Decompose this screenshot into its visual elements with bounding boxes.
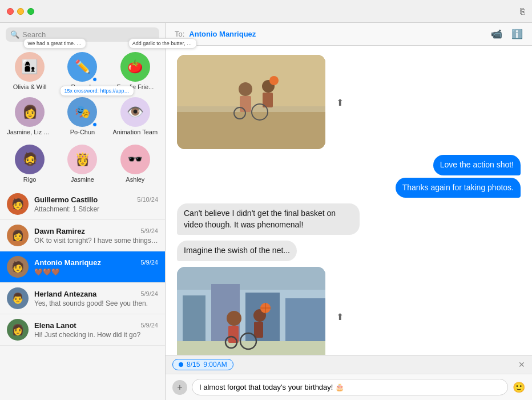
chat-header: To: Antonio Manriquez 📹 ℹ️ [166,23,532,46]
msg-photo-2 [177,267,325,355]
pinned-contact-olivia-will[interactable]: 👩‍👦 We had a great time. Home with th...… [5,50,55,93]
conv-item-guillermo[interactable]: 🧑 Guillermo Castillo 5/10/24 Attachment:… [0,189,165,220]
conv-date-herland: 5/9/24 [140,290,158,297]
svg-rect-1 [177,112,325,149]
traffic-lights [7,8,34,15]
pinned-avatar-pochun: 🎭 [67,97,97,127]
conv-item-antonio[interactable]: 🧑 Antonio Manriquez 5/9/24 🤎🤎🤎 [0,251,165,283]
unread-dot-penpals [92,77,97,82]
pinned-avatar-jasmine2: 👸 [67,145,97,174]
chat-header-icons: 📹 ℹ️ [491,29,523,39]
crossword-bubble: 15x crossword: https://apple.news/... [60,86,134,96]
msg-row-phenomenal: Can't believe I didn't get the final bas… [177,203,521,235]
svg-rect-20 [254,322,263,338]
pinned-contact-jasmine2[interactable]: 👸 Jasmine [57,142,107,185]
conv-info-herland: Herland Antezana 5/9/24 Yes, that sounds… [34,290,158,307]
conv-date-dawn: 5/9/24 [140,227,158,234]
msg-row-swish: Imagine the swish of the net... [177,241,521,261]
conv-avatar-antonio: 🧑 [7,256,29,278]
sidebar: 🔍 👩‍👦 We had a great time. Home with th.… [0,23,166,400]
fullscreen-button[interactable] [27,8,34,15]
compose-close-icon[interactable]: ✕ [518,360,525,369]
chat-main: To: Antonio Manriquez 📹 ℹ️ [166,23,532,400]
pinned-label-pochun: Po-Chun [70,129,95,135]
conv-date-guillermo: 5/10/24 [137,196,158,203]
add-icon: + [177,382,182,393]
pinned-row-2: 🧔 Rigo 👸 Jasmine 🕶️ Ashley [0,139,165,189]
msg-swish: Imagine the swish of the net... [177,241,297,261]
compose-icon[interactable]: ⎘ [520,6,525,16]
svg-rect-15 [285,298,325,347]
photo-scene1-svg [177,55,325,149]
conv-item-herland[interactable]: 👨 Herland Antezana 5/9/24 Yes, that soun… [0,283,165,314]
conv-item-elena[interactable]: 👩 Elena Lanot 5/9/24 Hi! Just checking i… [0,314,165,346]
share-photo-2-button[interactable]: ⬆ [336,311,344,322]
conversation-list: 🧑 Guillermo Castillo 5/10/24 Attachment:… [0,189,165,400]
conv-item-dawn[interactable]: 👩 Dawn Ramirez 5/9/24 OK to visit tonigh… [0,220,165,251]
msg-photo-1 [177,55,325,149]
photo-scene2-svg [177,267,325,355]
pinned-label-ashley: Ashley [126,176,144,183]
pinned-avatar-penpals: ✏️ [67,52,97,82]
conv-avatar-dawn: 👩 [7,225,29,246]
compose-emoji-button[interactable]: 🙂 [513,381,525,394]
compose-toolbar: 8/15 9:00AM ✕ [166,355,532,374]
pinned-avatar-animation: 👁️ [120,97,150,127]
conv-preview-guillermo: Attachment: 1 Sticker [34,205,158,213]
pinned-label-olivia: Olivia & Will [13,83,47,90]
conv-date-antonio: 5/9/24 [140,259,158,266]
pinned-contact-pochun[interactable]: 🎭 15x crossword: https://apple.news/... … [57,95,107,138]
pinned-avatar-ashley: 🕶️ [120,145,150,174]
msg-love-action: Love the action shot! [433,155,521,175]
sent-messages-stack: Love the action shot! Thanks again for t… [177,155,521,198]
conv-avatar-herland: 👨 [7,287,29,309]
chat-recipient-name[interactable]: Antonio Manriquez [189,30,486,38]
pinned-contact-animation[interactable]: 👁️ Animation Team [110,95,160,138]
chat-to-label: To: [175,30,184,38]
svg-rect-4 [240,96,251,112]
video-call-icon[interactable]: 📹 [491,29,502,39]
conv-info-dawn: Dawn Ramirez 5/9/24 OK to visit tonight?… [34,227,158,245]
compose-time-label: 9:00AM [203,361,227,369]
conv-preview-herland: Yes, that sounds good! See you then. [34,299,158,307]
conv-info-elena: Elena Lanot 5/9/24 Hi! Just checking in.… [34,321,158,339]
search-input[interactable] [22,30,155,39]
compose-date-dot [179,362,183,367]
share-photo-1-button[interactable]: ⬆ [336,97,344,107]
compose-add-button[interactable]: + [172,380,187,395]
info-icon[interactable]: ℹ️ [511,29,523,39]
conv-info-antonio: Antonio Manriquez 5/9/24 🤎🤎🤎 [34,258,158,276]
conv-info-guillermo: Guillermo Castillo 5/10/24 Attachment: 1… [34,195,158,213]
search-icon: 🔍 [10,30,19,39]
pinned-contact-jasmine-liz[interactable]: 👩 Jasmine, Liz &... [5,95,55,138]
pinned-label-rigo: Rigo [23,176,37,183]
svg-rect-12 [183,295,205,347]
pinned-label-animation: Animation Team [112,129,158,135]
minimize-button[interactable] [17,8,24,15]
conv-preview-dawn: OK to visit tonight? I have some things … [34,237,158,245]
conv-name-elena: Elena Lanot [34,321,76,330]
compose-date-label: 8/15 [187,361,200,369]
pinned-label-jasmine-liz: Jasmine, Liz &... [7,129,53,135]
msg-photo-2-row: ⬆ [177,267,521,355]
conv-preview-elena: Hi! Just checking in. How did it go? [34,331,158,339]
conv-name-dawn: Dawn Ramirez [34,227,85,235]
compose-area: 8/15 9:00AM ✕ + 🙂 [166,355,532,400]
msg-thanks-photos: Thanks again for taking photos. [396,178,521,198]
pinned-avatar-rigo: 🧔 [15,145,45,174]
pinned-label-jasmine2: Jasmine [71,176,94,183]
chat-preview-foodie: Add garlic to the butter, and then... [128,38,197,49]
compose-date-tag[interactable]: 8/15 9:00AM [172,359,233,370]
pinned-contact-ashley[interactable]: 🕶️ Ashley [110,142,160,185]
close-button[interactable] [7,8,14,15]
conv-avatar-guillermo: 🧑 [7,193,29,215]
conv-name-guillermo: Guillermo Castillo [34,195,98,204]
title-bar: ⎘ [0,0,532,23]
conv-name-antonio: Antonio Manriquez [34,258,101,267]
msg-photo-1-row: ⬆ [177,55,521,149]
compose-input[interactable] [192,379,508,395]
pinned-contact-rigo[interactable]: 🧔 Rigo [5,142,55,185]
unread-dot-pochun [92,122,97,127]
conv-avatar-elena: 👩 [7,319,29,341]
compose-input-row: + 🙂 [166,374,532,400]
